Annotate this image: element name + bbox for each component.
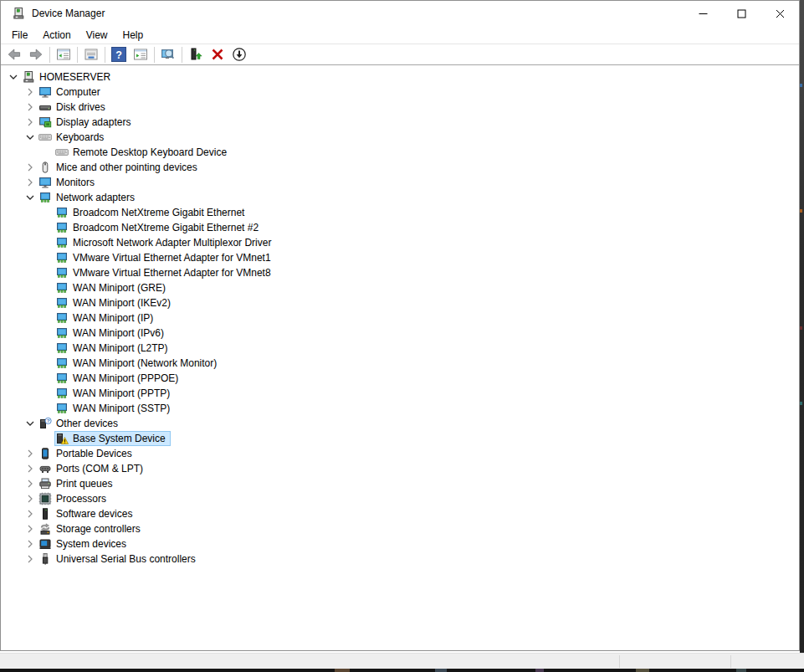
tree-item-wan-miniport-sstp[interactable]: WAN Miniport (SSTP) — [1, 401, 799, 416]
help-button[interactable]: ? — [108, 45, 130, 64]
chevron-down-icon[interactable] — [23, 131, 38, 144]
chevron-right-icon[interactable] — [23, 477, 38, 490]
chevron-down-icon[interactable] — [6, 70, 21, 84]
chevron-right-icon[interactable] — [23, 492, 38, 505]
maximize-button[interactable] — [722, 1, 760, 26]
tree-item-body[interactable]: Portable Devices — [38, 446, 137, 461]
tree-item-disk-drives[interactable]: Disk drives — [1, 100, 799, 115]
tree-item-body[interactable]: Software devices — [38, 506, 137, 521]
tree-item-monitors[interactable]: Monitors — [1, 175, 799, 190]
tree-item-processors[interactable]: Processors — [1, 491, 799, 506]
tree-item-wan-miniport-gre[interactable]: WAN Miniport (GRE) — [1, 280, 799, 295]
chevron-right-icon[interactable] — [23, 537, 38, 551]
chevron-right-icon[interactable] — [23, 447, 38, 460]
tree-item-body[interactable]: Computer — [38, 85, 105, 100]
tree-item-body[interactable]: Disk drives — [38, 100, 110, 115]
chevron-right-icon[interactable] — [23, 100, 38, 114]
tree-item-broadcom-netxtreme-gigabit-ethernet[interactable]: Broadcom NetXtreme Gigabit Ethernet — [1, 205, 799, 220]
tree-item-body[interactable]: Microsoft Network Adapter Multiplexor Dr… — [54, 235, 276, 250]
chevron-right-icon[interactable] — [23, 161, 38, 174]
tree-item-wan-miniport-l2tp[interactable]: WAN Miniport (L2TP) — [1, 341, 799, 356]
tree-item-body[interactable]: Mice and other pointing devices — [38, 160, 202, 175]
tree-item-microsoft-network-adapter-multiplexor-driver[interactable]: Microsoft Network Adapter Multiplexor Dr… — [1, 235, 799, 250]
menu-item-help[interactable]: Help — [115, 27, 151, 44]
title-bar[interactable]: Device Manager — [1, 1, 799, 26]
tree-item-body[interactable]: Broadcom NetXtreme Gigabit Ethernet — [54, 205, 249, 220]
chevron-down-icon[interactable] — [23, 417, 38, 430]
chevron-right-icon[interactable] — [23, 115, 38, 129]
tree-item-body[interactable]: Storage controllers — [38, 521, 146, 536]
tree-item-body[interactable]: VMware Virtual Ethernet Adapter for VMne… — [54, 265, 276, 280]
tree-item-vmware-virtual-ethernet-adapter-for-vmnet8[interactable]: VMware Virtual Ethernet Adapter for VMne… — [1, 265, 799, 280]
tree-item-mice-and-other-pointing-devices[interactable]: Mice and other pointing devices — [1, 160, 799, 175]
tree-item-wan-miniport-network-monitor[interactable]: WAN Miniport (Network Monitor) — [1, 356, 799, 371]
properties-button[interactable] — [80, 45, 102, 64]
tree-item-print-queues[interactable]: Print queues — [1, 476, 799, 491]
tree-item-vmware-virtual-ethernet-adapter-for-vmnet1[interactable]: VMware Virtual Ethernet Adapter for VMne… — [1, 250, 799, 265]
tree-item-body[interactable]: Print queues — [38, 476, 117, 491]
tree-item-body[interactable]: System devices — [38, 536, 131, 551]
tree-item-wan-miniport-ikev2[interactable]: WAN Miniport (IKEv2) — [1, 295, 799, 310]
menu-item-file[interactable]: File — [4, 27, 35, 44]
chevron-right-icon[interactable] — [23, 552, 38, 566]
tree-item-body[interactable]: Ports (COM & LPT) — [38, 461, 148, 476]
close-button[interactable] — [760, 1, 799, 26]
chevron-down-icon[interactable] — [23, 191, 38, 204]
tree-item-body[interactable]: Network adapters — [38, 190, 140, 205]
menu-item-action[interactable]: Action — [35, 27, 78, 44]
tree-item-keyboards[interactable]: Keyboards — [1, 130, 799, 145]
tree-item-broadcom-netxtreme-gigabit-ethernet-2[interactable]: Broadcom NetXtreme Gigabit Ethernet #2 — [1, 220, 799, 235]
minimize-button[interactable] — [684, 1, 722, 26]
chevron-right-icon[interactable] — [23, 507, 38, 521]
tree-item-network-adapters[interactable]: Network adapters — [1, 190, 799, 205]
tree-item-homeserver[interactable]: HOMESERVER — [1, 69, 799, 85]
tree-item-body[interactable]: WAN Miniport (IPv6) — [54, 326, 169, 341]
tree-item-portable-devices[interactable]: Portable Devices — [1, 446, 799, 461]
scan-hardware-button[interactable] — [157, 45, 179, 64]
tree-item-base-system-device[interactable]: Base System Device — [1, 431, 799, 446]
tree-item-body[interactable]: WAN Miniport (Network Monitor) — [54, 356, 222, 371]
tree-item-body[interactable]: Processors — [38, 491, 111, 506]
tree-item-other-devices[interactable]: ?Other devices — [1, 416, 799, 431]
tree-item-body[interactable]: WAN Miniport (PPPOE) — [54, 371, 183, 386]
tree-item-body[interactable]: HOMESERVER — [21, 69, 115, 85]
tree-item-software-devices[interactable]: Software devices — [1, 506, 799, 521]
tree-item-body[interactable]: WAN Miniport (L2TP) — [54, 341, 173, 356]
tree-item-universal-serial-bus-controllers[interactable]: Universal Serial Bus controllers — [1, 551, 799, 567]
update-driver-button[interactable] — [185, 45, 207, 64]
tree-item-display-adapters[interactable]: Display adapters — [1, 115, 799, 130]
tree-item-wan-miniport-ip[interactable]: WAN Miniport (IP) — [1, 310, 799, 326]
tree-item-body[interactable]: WAN Miniport (GRE) — [54, 280, 171, 295]
tree-item-body[interactable]: Broadcom NetXtreme Gigabit Ethernet #2 — [54, 220, 264, 235]
tree-item-body[interactable]: WAN Miniport (IKEv2) — [54, 295, 176, 310]
chevron-right-icon[interactable] — [23, 522, 38, 536]
tree-item-computer[interactable]: Computer — [1, 85, 799, 100]
forward-button[interactable] — [25, 45, 47, 64]
tree-item-body[interactable]: VMware Virtual Ethernet Adapter for VMne… — [54, 250, 276, 265]
tree-item-body[interactable]: WAN Miniport (PPTP) — [54, 386, 175, 401]
tree-item-wan-miniport-pppoe[interactable]: WAN Miniport (PPPOE) — [1, 371, 799, 386]
tree-item-body[interactable]: ?Other devices — [38, 416, 123, 431]
menu-item-view[interactable]: View — [79, 27, 115, 44]
disable-button[interactable] — [228, 45, 250, 64]
tree-item-remote-desktop-keyboard-device[interactable]: Remote Desktop Keyboard Device — [1, 145, 799, 160]
tree-item-system-devices[interactable]: System devices — [1, 536, 799, 551]
tree-item-body[interactable]: WAN Miniport (SSTP) — [54, 401, 175, 416]
tree-item-ports-com-lpt[interactable]: Ports (COM & LPT) — [1, 461, 799, 476]
chevron-right-icon[interactable] — [23, 462, 38, 475]
uninstall-button[interactable] — [207, 45, 228, 64]
tree-item-storage-controllers[interactable]: Storage controllers — [1, 521, 799, 536]
tree-item-wan-miniport-ipv6[interactable]: WAN Miniport (IPv6) — [1, 326, 799, 341]
tree-item-body[interactable]: Display adapters — [38, 115, 136, 130]
tree-item-body[interactable]: WAN Miniport (IP) — [54, 310, 158, 326]
console-tree-button[interactable] — [53, 45, 74, 64]
tree-item-body[interactable]: Universal Serial Bus controllers — [38, 551, 201, 567]
selected-tree-item[interactable]: Base System Device — [54, 431, 171, 446]
tree-item-body[interactable]: Remote Desktop Keyboard Device — [54, 145, 232, 160]
chevron-right-icon[interactable] — [23, 85, 38, 99]
back-button[interactable] — [3, 45, 25, 64]
tree-item-body[interactable]: Keyboards — [38, 130, 109, 145]
action-pane-button[interactable] — [130, 45, 151, 64]
chevron-right-icon[interactable] — [23, 176, 38, 189]
tree-item-wan-miniport-pptp[interactable]: WAN Miniport (PPTP) — [1, 386, 799, 401]
